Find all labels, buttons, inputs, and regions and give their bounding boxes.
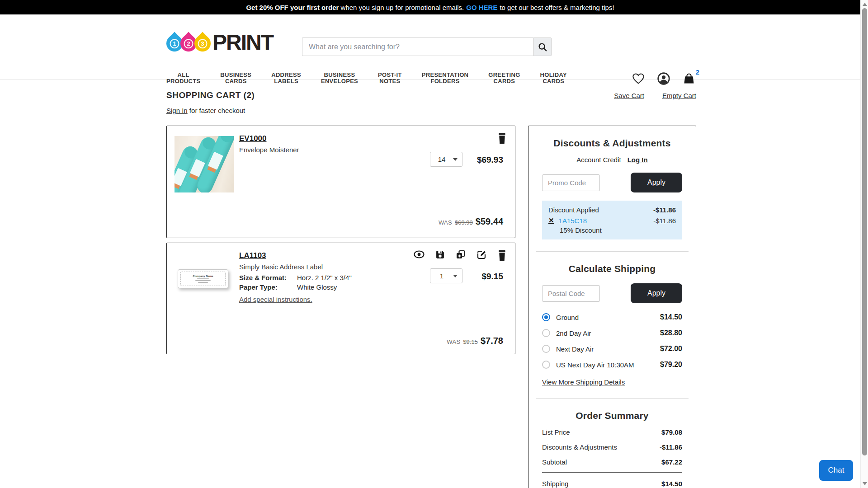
cart-item-la1103: Company Name LA1103 Simply Basic Address… bbox=[166, 243, 515, 354]
search-icon bbox=[538, 42, 547, 52]
promo-banner: Get 20% OFF your first order when you si… bbox=[0, 0, 860, 14]
logo-wordmark: PRINT bbox=[212, 33, 273, 52]
nav-presentation-folders[interactable]: PRESENTATIONFOLDERS bbox=[422, 72, 469, 84]
nav-post-it-notes[interactable]: POST-ITNOTES bbox=[378, 72, 402, 84]
save-design-button[interactable] bbox=[435, 250, 445, 261]
site-header: 1 2 3 PRINT ALLPRODUCTS BUSINESSCARDS AD… bbox=[0, 14, 860, 80]
item-discount-price-row: WAS $69.93 $59.44 bbox=[439, 216, 503, 227]
now-price: $59.44 bbox=[476, 216, 503, 227]
cart-header: SHOPPING CART (2) Save Cart Empty Cart bbox=[166, 90, 696, 100]
nav-holiday-cards[interactable]: HOLIDAYCARDS bbox=[540, 72, 567, 84]
trash-icon bbox=[497, 133, 507, 144]
panel-divider bbox=[536, 398, 689, 399]
log-in-link[interactable]: Log In bbox=[627, 156, 648, 164]
scrollbar-up-arrow[interactable] bbox=[863, 3, 867, 6]
account-button[interactable] bbox=[657, 72, 670, 85]
chevron-down-icon bbox=[453, 275, 458, 277]
scrollbar-down-arrow[interactable] bbox=[863, 482, 867, 485]
chevron-down-icon bbox=[453, 158, 458, 161]
item-discount-price-row: WAS $9.15 $7.78 bbox=[447, 336, 503, 346]
page-title: SHOPPING CART (2) bbox=[166, 90, 255, 100]
logo-drops-icon: 1 2 3 bbox=[166, 35, 211, 52]
edit-pencil-icon bbox=[476, 250, 486, 260]
special-instructions-link[interactable]: Add special instructions. bbox=[239, 296, 312, 303]
quantity-dropdown[interactable]: 14 bbox=[430, 152, 462, 167]
view-more-shipping-link[interactable]: View More Shipping Details bbox=[542, 378, 625, 386]
account-icon bbox=[657, 72, 670, 85]
nav-all-products[interactable]: ALLPRODUCTS bbox=[166, 72, 200, 84]
nav-address-labels[interactable]: ADDRESSLABELS bbox=[271, 72, 301, 84]
promo-banner-text: when you sign up for promotional emails. bbox=[341, 4, 464, 11]
save-icon bbox=[435, 250, 445, 259]
promo-code-value: -$11.86 bbox=[653, 217, 676, 225]
logo-digit-3: 3 bbox=[198, 39, 208, 48]
logo-digit-1: 1 bbox=[170, 39, 179, 48]
radio-selected-icon[interactable] bbox=[542, 313, 550, 321]
page-scrollbar[interactable] bbox=[860, 0, 868, 488]
product-image-la1103[interactable]: Company Name bbox=[178, 269, 228, 288]
radio-icon[interactable] bbox=[542, 345, 550, 353]
radio-icon[interactable] bbox=[542, 329, 550, 337]
chat-button[interactable]: Chat bbox=[819, 460, 853, 481]
item-code-link[interactable]: EV1000 bbox=[239, 134, 267, 143]
remove-promo-icon[interactable]: ✕ bbox=[548, 216, 554, 225]
promo-banner-after: to get our best offers & marketing tips! bbox=[500, 4, 614, 11]
was-price: $9.15 bbox=[463, 338, 478, 345]
order-summary-title: Order Summary bbox=[542, 410, 682, 421]
item-action-icons bbox=[414, 250, 507, 261]
site-logo[interactable]: 1 2 3 PRINT bbox=[166, 33, 273, 52]
duplicate-button[interactable] bbox=[456, 250, 466, 261]
item-code-link[interactable]: LA1103 bbox=[239, 251, 266, 260]
now-price: $7.78 bbox=[481, 336, 503, 346]
radio-icon[interactable] bbox=[542, 361, 550, 369]
quantity-dropdown[interactable]: 1 bbox=[430, 268, 462, 283]
paper-type-row: Paper Type: White Glossy bbox=[239, 283, 337, 291]
promo-code-link[interactable]: 1A15C18 bbox=[559, 217, 587, 225]
summary-row-shipping: Shipping$14.50 bbox=[542, 480, 682, 488]
summary-row-discounts: Discounts & Adjustments-$11.86 bbox=[542, 443, 682, 451]
delete-item-button[interactable] bbox=[497, 250, 507, 261]
search-button[interactable] bbox=[533, 38, 552, 56]
discount-applied-box: Discount Applied -$11.86 ✕ 1A15C18 -$11.… bbox=[542, 201, 682, 239]
logo-digit-2: 2 bbox=[184, 39, 193, 48]
header-icons: 2 bbox=[632, 72, 695, 85]
discount-applied-label: Discount Applied bbox=[548, 206, 599, 214]
panel-divider bbox=[536, 251, 689, 252]
apply-promo-button[interactable]: Apply bbox=[631, 173, 682, 192]
edit-button[interactable] bbox=[476, 250, 486, 261]
summary-row-list-price: List Price$79.08 bbox=[542, 428, 682, 436]
postal-code-row: Apply bbox=[542, 283, 682, 303]
apply-postal-button[interactable]: Apply bbox=[631, 283, 682, 303]
product-image-ev1000[interactable] bbox=[175, 136, 234, 192]
cart-bag-icon bbox=[683, 72, 695, 85]
cart-item-ev1000: EV1000 Envelope Moistener 14 $69.93 WAS … bbox=[166, 126, 515, 238]
go-here-link[interactable]: GO HERE bbox=[466, 4, 497, 11]
scrollbar-thumb[interactable] bbox=[862, 8, 867, 455]
nav-business-envelopes[interactable]: BUSINESSENVELOPES bbox=[321, 72, 358, 84]
checkout-panel: Discounts & Adjustments Account CreditLo… bbox=[528, 126, 696, 488]
nav-greeting-cards[interactable]: GREETINGCARDS bbox=[488, 72, 520, 84]
wishlist-button[interactable] bbox=[632, 73, 645, 84]
preview-button[interactable] bbox=[414, 250, 425, 261]
account-credit-row: Account CreditLog In bbox=[542, 156, 682, 164]
cart-button[interactable]: 2 bbox=[683, 72, 695, 85]
postal-code-input[interactable] bbox=[542, 285, 600, 302]
promo-code-input[interactable] bbox=[542, 174, 600, 191]
item-description: Simply Basic Address Label bbox=[239, 263, 323, 271]
empty-cart-link[interactable]: Empty Cart bbox=[662, 92, 696, 99]
save-cart-link[interactable]: Save Cart bbox=[614, 92, 644, 99]
promo-code-row: Apply bbox=[542, 173, 682, 192]
promo-banner-bold: Get 20% OFF your first order bbox=[246, 4, 339, 11]
shipping-option-next-day: Next Day Air $72.00 bbox=[542, 345, 682, 353]
eye-icon bbox=[414, 250, 425, 259]
item-price: $69.93 bbox=[477, 155, 503, 165]
search-input[interactable] bbox=[302, 38, 533, 56]
sign-in-link[interactable]: Sign In bbox=[166, 107, 188, 114]
trash-icon bbox=[497, 250, 507, 261]
nav-business-cards[interactable]: BUSINESSCARDS bbox=[220, 72, 251, 84]
shipping-option-ground: Ground $14.50 bbox=[542, 313, 682, 321]
delete-item-button[interactable] bbox=[497, 133, 507, 144]
shopping-cart-page: Get 20% OFF your first order when you si… bbox=[0, 0, 868, 488]
shipping-option-next-day-1030: US Next Day Air 10:30AM $79.20 bbox=[542, 361, 682, 369]
search-bar bbox=[302, 38, 552, 56]
